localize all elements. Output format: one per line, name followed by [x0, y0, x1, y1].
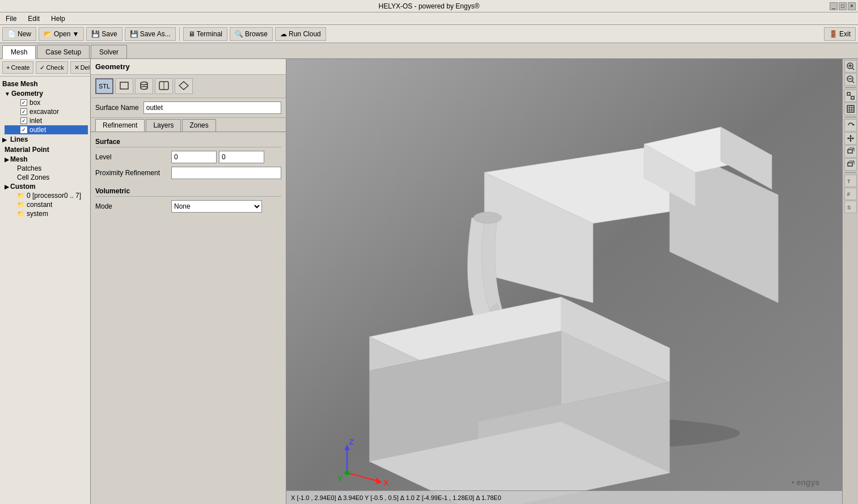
shape-diamond-button[interactable] — [175, 78, 193, 94]
menu-file[interactable]: File — [2, 14, 20, 24]
rt-pan[interactable] — [844, 132, 857, 145]
svg-marker-52 — [847, 137, 849, 139]
sub-tab-zones[interactable]: Zones — [182, 119, 215, 132]
inlet-checkbox[interactable] — [20, 117, 27, 124]
tab-case-setup[interactable]: Case Setup — [37, 45, 90, 58]
surface-name-input[interactable] — [143, 101, 281, 114]
lines-expand-icon: ▶ — [2, 137, 7, 143]
save-as-icon: 💾 — [130, 30, 138, 38]
rt-grid[interactable] — [844, 103, 857, 115]
status-bar: X [-1.0 , 2.94E0] Δ 3.94E0 Y [-0.5 , 0.5… — [286, 490, 842, 504]
rt-wireframe[interactable] — [844, 145, 857, 158]
shape-sphere-button[interactable] — [155, 78, 173, 94]
tree-item-cell-zones[interactable]: Cell Zones — [5, 173, 88, 182]
rt-rotate[interactable] — [844, 119, 857, 132]
geometry-expand-icon: ▼ — [5, 91, 10, 97]
rt-fit[interactable] — [844, 90, 857, 102]
svg-text:Y: Y — [337, 475, 343, 483]
run-cloud-button[interactable]: ☁ Run Cloud — [275, 27, 326, 41]
box-checkbox[interactable] — [20, 99, 27, 106]
svg-point-23 — [474, 212, 502, 223]
rt-zoom-in[interactable] — [844, 60, 857, 73]
shape-box-button[interactable] — [115, 78, 133, 94]
outlet-checkbox[interactable] — [20, 126, 27, 133]
svg-rect-40 — [851, 96, 854, 99]
excavator-checkbox[interactable] — [20, 108, 27, 115]
proximity-input[interactable] — [171, 167, 281, 179]
svg-marker-7 — [179, 82, 188, 90]
geometry-header[interactable]: ▼ Geometry — [5, 89, 88, 98]
rt-solid[interactable] — [844, 158, 857, 171]
open-button[interactable]: 📂 Open ▼ — [39, 27, 84, 41]
rt-zoom-out[interactable] — [844, 73, 857, 86]
shape-cylinder-button[interactable] — [135, 78, 153, 94]
save-as-button[interactable]: 💾 Save As... — [125, 27, 176, 41]
shape-stl-button[interactable]: STL — [95, 78, 113, 94]
check-button[interactable]: ✓ Check — [36, 61, 67, 74]
menu-help[interactable]: Help — [48, 14, 69, 24]
tab-solver[interactable]: Solver — [91, 45, 127, 58]
rt-view-top[interactable]: T — [844, 175, 857, 187]
exit-icon: 🚪 — [829, 30, 838, 38]
custom-group-header[interactable]: ▶ Custom — [5, 182, 88, 191]
delete-icon: ✕ — [74, 64, 79, 71]
mesh-group-header[interactable]: ▶ Mesh — [5, 155, 88, 164]
level-max-input[interactable] — [219, 151, 264, 163]
sub-tab-layers[interactable]: Layers — [146, 119, 181, 132]
tree-item-box[interactable]: box — [5, 98, 88, 107]
level-row: Level — [95, 151, 281, 163]
sub-tab-refinement[interactable]: Refinement — [95, 119, 145, 132]
svg-text:T: T — [847, 179, 851, 184]
geometry-group: ▼ Geometry box excavator inlet — [2, 89, 88, 134]
create-button[interactable]: + Create — [2, 61, 33, 74]
menu-edit[interactable]: Edit — [24, 14, 43, 24]
tree: Base Mesh ▼ Geometry box excavator — [0, 77, 90, 504]
new-button[interactable]: 📄 New — [2, 27, 36, 41]
volumetric-section-label: Volumetric — [95, 186, 281, 197]
svg-line-41 — [850, 95, 851, 96]
processor-folder-icon: 📁 — [17, 192, 25, 200]
close-button[interactable]: × — [848, 2, 856, 10]
custom-expand-icon: ▶ — [5, 184, 9, 190]
window-title: HELYX-OS - powered by Engys® — [378, 2, 479, 10]
save-button[interactable]: 💾 Save — [86, 27, 122, 41]
minimize-button[interactable]: _ — [830, 2, 838, 10]
rt-view-front[interactable]: F — [844, 188, 857, 200]
terminal-icon: 🖥 — [188, 30, 195, 38]
browse-icon: 🔍 — [235, 30, 243, 38]
svg-rect-54 — [848, 150, 852, 153]
rt-view-side[interactable]: S — [844, 201, 857, 213]
browse-button[interactable]: 🔍 Browse — [230, 27, 273, 41]
viewport-content: Z X Y • engys X [-1.0 , 2.94E0] Δ 3.94E0… — [286, 59, 842, 504]
exit-button[interactable]: 🚪 Exit — [824, 27, 856, 41]
svg-rect-0 — [120, 82, 128, 89]
level-min-input[interactable] — [171, 151, 217, 163]
toolbar-separator — [179, 27, 180, 41]
tree-item-outlet[interactable]: outlet — [5, 125, 88, 134]
3d-scene: Z X Y — [286, 59, 842, 504]
menu-bar: File Edit Help — [0, 12, 858, 25]
tree-item-constant[interactable]: 📁 constant — [5, 200, 88, 209]
svg-point-4 — [141, 87, 147, 90]
constant-folder-icon: 📁 — [17, 201, 25, 209]
tab-mesh[interactable]: Mesh — [2, 45, 36, 59]
tree-item-processor[interactable]: 📁 0 [processor0 .. 7] — [5, 191, 88, 200]
mode-label: Mode — [95, 202, 169, 210]
mode-select[interactable]: None Inside Outside — [171, 200, 262, 213]
terminal-button[interactable]: 🖥 Terminal — [183, 27, 227, 41]
maximize-button[interactable]: □ — [839, 2, 847, 10]
run-cloud-icon: ☁ — [280, 30, 287, 38]
main-layout: + Create ✓ Check ✕ Delete ⚙ Options Base… — [0, 59, 858, 504]
tree-item-inlet[interactable]: inlet — [5, 116, 88, 125]
right-toolbar: T F S — [842, 59, 858, 504]
window-controls: _ □ × — [830, 2, 856, 10]
viewport[interactable]: Z X Y • engys X [-1.0 , 2.94E0] Δ 3.94E0… — [286, 59, 842, 504]
rt-sep-2 — [845, 117, 856, 117]
content-area: Surface Level Proximity Refinement Volum… — [91, 132, 286, 504]
tree-item-excavator[interactable]: excavator — [5, 107, 88, 116]
open-icon: 📂 — [44, 30, 52, 38]
tree-item-patches[interactable]: Patches — [5, 164, 88, 173]
svg-rect-39 — [847, 92, 850, 95]
tree-item-system[interactable]: 📁 system — [5, 209, 88, 218]
delete-button[interactable]: ✕ Delete — [70, 61, 91, 74]
